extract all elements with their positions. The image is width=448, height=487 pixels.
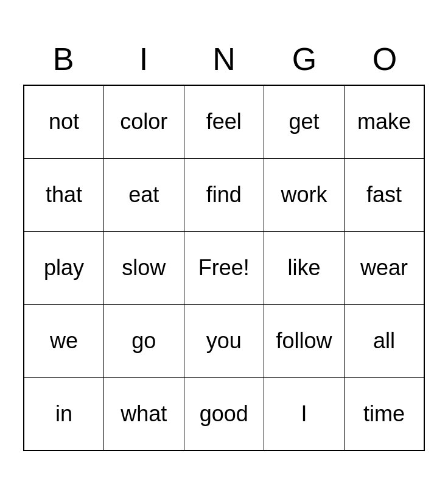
table-row: notcolorfeelgetmake <box>24 85 424 158</box>
header-n: N <box>184 36 264 82</box>
grid-cell-2-1: slow <box>103 231 184 304</box>
grid-cell-4-3: I <box>264 377 345 450</box>
grid-cell-3-1: go <box>103 304 184 377</box>
table-row: thateatfindworkfast <box>24 158 424 231</box>
table-row: wegoyoufollowall <box>24 304 424 377</box>
bingo-card: B I N G O notcolorfeelgetmakethateatfind… <box>11 24 437 463</box>
grid-cell-0-1: color <box>103 85 184 158</box>
header-b: B <box>23 36 103 82</box>
grid-cell-1-0: that <box>24 158 103 231</box>
grid-cell-3-4: all <box>344 304 424 377</box>
grid-cell-1-3: work <box>264 158 345 231</box>
grid-cell-1-2: find <box>184 158 264 231</box>
bingo-grid: notcolorfeelgetmakethateatfindworkfastpl… <box>23 85 425 451</box>
bingo-header: B I N G O <box>23 36 425 82</box>
grid-cell-3-2: you <box>184 304 264 377</box>
grid-cell-0-4: make <box>344 85 424 158</box>
header-o: O <box>345 36 425 82</box>
grid-cell-4-1: what <box>103 377 184 450</box>
header-g: G <box>264 36 345 82</box>
grid-cell-3-0: we <box>24 304 103 377</box>
grid-cell-0-2: feel <box>184 85 264 158</box>
grid-cell-1-4: fast <box>344 158 424 231</box>
grid-cell-4-0: in <box>24 377 103 450</box>
grid-cell-0-0: not <box>24 85 103 158</box>
grid-cell-2-4: wear <box>344 231 424 304</box>
table-row: playslowFree!likewear <box>24 231 424 304</box>
grid-cell-1-1: eat <box>103 158 184 231</box>
grid-cell-2-3: like <box>264 231 345 304</box>
grid-cell-3-3: follow <box>264 304 345 377</box>
grid-cell-2-2: Free! <box>184 231 264 304</box>
grid-cell-2-0: play <box>24 231 103 304</box>
grid-cell-4-2: good <box>184 377 264 450</box>
grid-cell-4-4: time <box>344 377 424 450</box>
grid-cell-0-3: get <box>264 85 345 158</box>
header-i: I <box>103 36 184 82</box>
table-row: inwhatgoodItime <box>24 377 424 450</box>
